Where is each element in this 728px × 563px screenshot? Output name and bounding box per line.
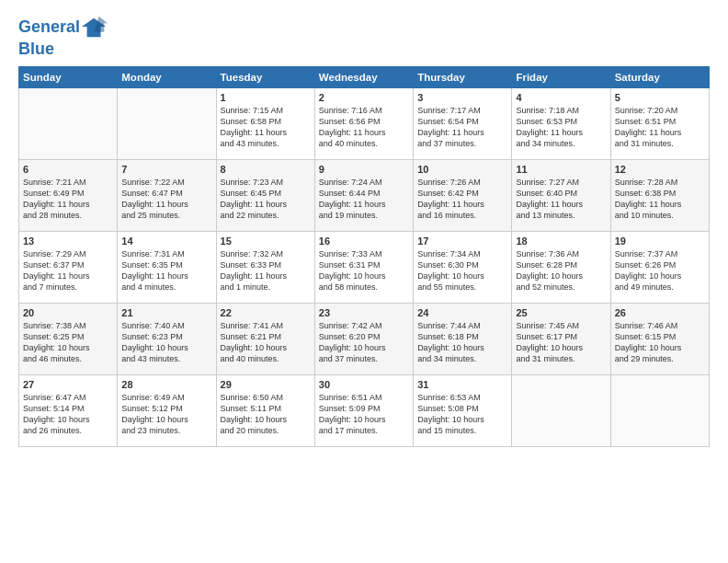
calendar-cell: 7Sunrise: 7:22 AM Sunset: 6:47 PM Daylig… [118,159,216,231]
day-number: 24 [417,307,507,318]
day-number: 14 [121,236,211,247]
calendar-cell [118,87,216,159]
header-day: Friday [512,66,610,87]
calendar-cell: 29Sunrise: 6:50 AM Sunset: 5:11 PM Dayli… [216,374,314,446]
logo-blue: Blue [18,40,108,59]
day-number: 25 [516,307,606,318]
day-info: Sunrise: 7:42 AM Sunset: 6:20 PM Dayligh… [319,320,409,365]
calendar-cell [610,374,709,446]
calendar-cell: 19Sunrise: 7:37 AM Sunset: 6:26 PM Dayli… [610,231,709,303]
calendar-cell: 22Sunrise: 7:41 AM Sunset: 6:21 PM Dayli… [216,303,314,374]
day-info: Sunrise: 7:27 AM Sunset: 6:40 PM Dayligh… [516,177,606,222]
calendar-cell: 28Sunrise: 6:49 AM Sunset: 5:12 PM Dayli… [118,374,216,446]
day-number: 1 [221,92,311,103]
calendar-cell: 23Sunrise: 7:42 AM Sunset: 6:20 PM Dayli… [314,303,413,374]
calendar-cell: 31Sunrise: 6:53 AM Sunset: 5:08 PM Dayli… [414,374,512,446]
week-row: 27Sunrise: 6:47 AM Sunset: 5:14 PM Dayli… [19,374,710,446]
day-number: 19 [615,236,705,247]
week-row: 20Sunrise: 7:38 AM Sunset: 6:25 PM Dayli… [19,303,710,374]
day-number: 23 [319,307,409,318]
calendar-cell: 4Sunrise: 7:18 AM Sunset: 6:53 PM Daylig… [512,87,610,159]
calendar-cell: 5Sunrise: 7:20 AM Sunset: 6:51 PM Daylig… [610,87,709,159]
day-info: Sunrise: 7:37 AM Sunset: 6:26 PM Dayligh… [615,248,705,293]
day-info: Sunrise: 7:15 AM Sunset: 6:58 PM Dayligh… [221,105,311,150]
calendar-cell: 17Sunrise: 7:34 AM Sunset: 6:30 PM Dayli… [414,231,512,303]
day-info: Sunrise: 6:50 AM Sunset: 5:11 PM Dayligh… [221,392,311,437]
day-info: Sunrise: 6:47 AM Sunset: 5:14 PM Dayligh… [23,392,113,437]
header-day: Tuesday [216,66,314,87]
day-number: 9 [319,164,409,175]
calendar-cell: 16Sunrise: 7:33 AM Sunset: 6:31 PM Dayli… [314,231,413,303]
page: General Blue SundayMondayTuesdayWednesda… [0,0,728,563]
day-info: Sunrise: 6:53 AM Sunset: 5:08 PM Dayligh… [417,392,507,437]
day-number: 15 [221,236,311,247]
calendar-cell: 30Sunrise: 6:51 AM Sunset: 5:09 PM Dayli… [314,374,413,446]
calendar-cell: 20Sunrise: 7:38 AM Sunset: 6:25 PM Dayli… [19,303,118,374]
calendar-cell: 13Sunrise: 7:29 AM Sunset: 6:37 PM Dayli… [19,231,118,303]
calendar-cell: 24Sunrise: 7:44 AM Sunset: 6:18 PM Dayli… [414,303,512,374]
calendar-cell: 9Sunrise: 7:24 AM Sunset: 6:44 PM Daylig… [314,159,413,231]
day-number: 4 [516,92,606,103]
day-number: 27 [23,379,113,390]
calendar-table: SundayMondayTuesdayWednesdayThursdayFrid… [18,66,710,447]
calendar-cell: 3Sunrise: 7:17 AM Sunset: 6:54 PM Daylig… [414,87,512,159]
day-number: 10 [417,164,507,175]
day-info: Sunrise: 7:44 AM Sunset: 6:18 PM Dayligh… [417,320,507,365]
day-number: 3 [417,92,507,103]
day-number: 21 [121,307,211,318]
day-number: 28 [121,379,211,390]
day-number: 12 [615,164,705,175]
calendar-cell: 25Sunrise: 7:45 AM Sunset: 6:17 PM Dayli… [512,303,610,374]
calendar-cell: 8Sunrise: 7:23 AM Sunset: 6:45 PM Daylig… [216,159,314,231]
header-row: SundayMondayTuesdayWednesdayThursdayFrid… [19,66,710,87]
day-info: Sunrise: 7:33 AM Sunset: 6:31 PM Dayligh… [319,248,409,293]
calendar-cell [19,87,118,159]
calendar-cell: 14Sunrise: 7:31 AM Sunset: 6:35 PM Dayli… [118,231,216,303]
logo: General Blue [18,15,108,59]
calendar-cell: 11Sunrise: 7:27 AM Sunset: 6:40 PM Dayli… [512,159,610,231]
day-info: Sunrise: 7:41 AM Sunset: 6:21 PM Dayligh… [221,320,311,365]
day-number: 16 [319,236,409,247]
week-row: 13Sunrise: 7:29 AM Sunset: 6:37 PM Dayli… [19,231,710,303]
calendar-cell: 12Sunrise: 7:28 AM Sunset: 6:38 PM Dayli… [610,159,709,231]
header-day: Monday [118,66,216,87]
header-day: Saturday [610,66,709,87]
day-number: 13 [23,236,113,247]
header-day: Wednesday [314,66,413,87]
day-info: Sunrise: 7:28 AM Sunset: 6:38 PM Dayligh… [615,177,705,222]
calendar-cell [512,374,610,446]
day-info: Sunrise: 7:20 AM Sunset: 6:51 PM Dayligh… [615,105,705,150]
day-number: 2 [319,92,409,103]
day-number: 5 [615,92,705,103]
day-number: 17 [417,236,507,247]
header-day: Sunday [19,66,118,87]
calendar-cell: 15Sunrise: 7:32 AM Sunset: 6:33 PM Dayli… [216,231,314,303]
logo-icon [82,15,108,40]
calendar-cell: 6Sunrise: 7:21 AM Sunset: 6:49 PM Daylig… [19,159,118,231]
day-number: 18 [516,236,606,247]
day-number: 7 [121,164,211,175]
day-number: 29 [221,379,311,390]
day-info: Sunrise: 7:46 AM Sunset: 6:15 PM Dayligh… [615,320,705,365]
day-info: Sunrise: 7:22 AM Sunset: 6:47 PM Dayligh… [121,177,211,222]
calendar-cell: 21Sunrise: 7:40 AM Sunset: 6:23 PM Dayli… [118,303,216,374]
day-info: Sunrise: 6:49 AM Sunset: 5:12 PM Dayligh… [121,392,211,437]
calendar-cell: 27Sunrise: 6:47 AM Sunset: 5:14 PM Dayli… [19,374,118,446]
day-info: Sunrise: 7:36 AM Sunset: 6:28 PM Dayligh… [516,248,606,293]
day-info: Sunrise: 7:38 AM Sunset: 6:25 PM Dayligh… [23,320,113,365]
week-row: 1Sunrise: 7:15 AM Sunset: 6:58 PM Daylig… [19,87,710,159]
day-info: Sunrise: 7:45 AM Sunset: 6:17 PM Dayligh… [516,320,606,365]
day-number: 30 [319,379,409,390]
header: General Blue [18,15,710,59]
day-info: Sunrise: 7:29 AM Sunset: 6:37 PM Dayligh… [23,248,113,293]
day-info: Sunrise: 7:32 AM Sunset: 6:33 PM Dayligh… [221,248,311,293]
day-info: Sunrise: 7:31 AM Sunset: 6:35 PM Dayligh… [121,248,211,293]
day-number: 26 [615,307,705,318]
calendar-cell: 26Sunrise: 7:46 AM Sunset: 6:15 PM Dayli… [610,303,709,374]
logo-text: General [18,18,80,37]
day-info: Sunrise: 7:24 AM Sunset: 6:44 PM Dayligh… [319,177,409,222]
day-number: 8 [221,164,311,175]
calendar-cell: 18Sunrise: 7:36 AM Sunset: 6:28 PM Dayli… [512,231,610,303]
day-info: Sunrise: 7:26 AM Sunset: 6:42 PM Dayligh… [417,177,507,222]
day-info: Sunrise: 7:17 AM Sunset: 6:54 PM Dayligh… [417,105,507,150]
